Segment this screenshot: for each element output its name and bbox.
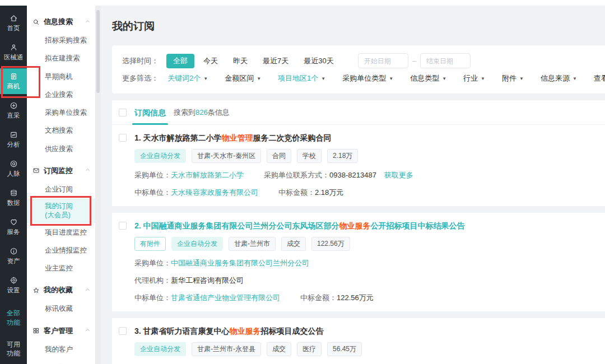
item-checkbox[interactable] — [119, 134, 127, 142]
item-title-link[interactable]: 2. 中国融通商业服务集团有限公司兰州分公司东风场区部分物业服务公开招标项目中标… — [134, 220, 598, 231]
filter-dropdowns: 关键词2个▼金额区间▼项目地区1个▼采购单位类型▼信息类型▼行业▼附件▼信息来源… — [167, 73, 605, 83]
filter-dropdown[interactable]: 项目地区1个▼ — [278, 73, 325, 83]
nav-item[interactable]: 我的客户 — [27, 340, 95, 358]
nav-item[interactable]: 采购单位搜索 — [27, 104, 95, 122]
dropdown-arrow-icon: ▼ — [519, 76, 524, 81]
entity-link[interactable]: 甘肃省通信产业物业管理有限公司 — [171, 293, 280, 302]
filter-dropdown[interactable]: 关键词2个▼ — [167, 73, 208, 83]
time-option[interactable]: 昨天 — [233, 56, 248, 66]
end-date-input[interactable] — [420, 53, 471, 68]
sidebar-item-direct-procure[interactable]: 直采 — [0, 97, 27, 123]
nav-item[interactable]: 供应搜索 — [27, 140, 95, 158]
time-filter-label: 选择时间： — [122, 56, 159, 66]
detail-label: 中标单位： — [134, 293, 171, 302]
tag-auto-dispatch: 企业自动分发 — [134, 342, 186, 356]
filter-dropdown[interactable]: 采购单位类型▼ — [342, 73, 393, 83]
nav-item[interactable]: 招标采购搜索 — [27, 31, 95, 49]
nav-item[interactable]: 企业情报监控 — [27, 241, 95, 259]
detail-row: 中标单位：甘肃省通信产业物业管理有限公司中标金额：122.56万元 — [134, 292, 598, 303]
nav-item[interactable]: 项目进度监控 — [27, 223, 95, 241]
nav-item-label: 招标采购搜索 — [45, 36, 93, 45]
list-block: 2. 中国融通商业服务集团有限公司兰州分公司东风场区部分物业服务公开招标项目中标… — [112, 213, 605, 311]
entity-link[interactable]: 中国融通商业服务集团有限公司兰州分公司 — [171, 259, 309, 267]
filter-dropdown-label: 信息类型 — [410, 74, 439, 82]
nav-item-sublabel: (大会员) — [45, 211, 93, 220]
collapse-toggle[interactable] — [85, 18, 91, 26]
detail-label: 采购单位联系方式： — [264, 171, 329, 179]
time-option[interactable]: 最近7天 — [263, 56, 288, 66]
filter-dropdown[interactable]: 查看状态▼ — [594, 73, 605, 83]
nav-section-header[interactable]: 信息搜索 — [27, 12, 95, 31]
get-more-link[interactable]: 获取更多 — [384, 170, 413, 180]
nav-item[interactable]: 已认领项目 — [27, 358, 95, 364]
sidebar-scrollbar-thumb[interactable] — [96, 10, 100, 93]
dark-sidebar-footer: 全部功能可用功能 — [0, 305, 27, 364]
filter-dropdown-label: 项目地区1个 — [278, 74, 318, 82]
nav-item[interactable]: 拟在建搜索 — [27, 49, 95, 67]
nav-section: 订阅监控企业订阅我的订阅(大会员)项目进度监控企业情报监控业主监控 — [27, 161, 95, 278]
subscription-list: 订阅信息 搜索到826条信息 1. 天水市解放路第二小学物业管理服务二次竞价采购… — [112, 100, 605, 364]
nav-item[interactable]: 标讯收藏 — [27, 300, 95, 318]
detail-pair: 中标金额：122.56万元 — [300, 292, 374, 303]
collapse-toggle[interactable] — [85, 166, 91, 175]
collapse-toggle[interactable] — [85, 326, 91, 335]
tag-info: 122.56万 — [311, 237, 350, 251]
collapse-toggle[interactable] — [85, 286, 91, 295]
sidebar-scrollbar-track[interactable] — [95, 6, 101, 364]
filter-dropdown[interactable]: 信息来源▼ — [541, 73, 577, 83]
time-option[interactable]: 最近30天 — [304, 56, 333, 66]
sidebar-item-settings[interactable]: 设置 — [0, 272, 27, 298]
sidebar-item-home[interactable]: 首页 — [0, 10, 27, 36]
nav-section-header[interactable]: 客户管理 — [27, 321, 95, 340]
item-title-link[interactable]: 1. 天水市解放路第二小学物业管理服务二次竞价采购合同 — [134, 132, 598, 143]
sidebar-item-asset[interactable]: 资产 — [0, 243, 27, 269]
time-option[interactable]: 全部 — [166, 54, 194, 68]
sidebar-item-business[interactable]: 商机 — [0, 68, 27, 94]
sidebar-footer-available-functions[interactable]: 可用功能 — [0, 336, 27, 363]
chevron-up-icon — [85, 287, 91, 293]
sidebar-item-label: 服务 — [7, 228, 20, 236]
filter-dropdown-label: 金额区间 — [225, 74, 254, 82]
title-text: 1. 天水市解放路第二小学 — [134, 133, 222, 142]
sidebar-item-medical[interactable]: 医械通 — [0, 39, 27, 65]
nav-item[interactable]: 文档搜索 — [27, 122, 95, 139]
nav-item[interactable]: 业主监控 — [27, 259, 95, 277]
sidebar-item-analysis[interactable]: 分析 — [0, 127, 27, 152]
tags-row: 有附件企业自动分发甘肃-兰州市成交122.56万 — [134, 237, 598, 251]
nav-item[interactable]: 企业订阅 — [27, 180, 95, 198]
detail-pair: 代理机构：新华工程咨询有限公司 — [134, 275, 244, 286]
sidebar-item-service[interactable]: 服务 — [0, 214, 27, 240]
sidebar-footer-all-functions[interactable]: 全部功能 — [0, 305, 27, 332]
select-all-checkbox[interactable] — [119, 109, 127, 116]
sidebar-item-network[interactable]: 人脉 — [0, 156, 27, 181]
detail-pair: 采购单位：中国融通商业服务集团有限公司兰州分公司 — [134, 258, 309, 268]
detail-value: 0938-8213487 — [329, 171, 376, 179]
time-option[interactable]: 今天 — [203, 56, 218, 66]
start-date-input[interactable] — [358, 53, 408, 68]
filter-dropdown[interactable]: 行业▼ — [463, 73, 485, 83]
detail-pair: 采购单位：天水市解放路第二小学 — [134, 170, 244, 180]
entity-link[interactable]: 天水臻容家政服务有限公司 — [171, 188, 258, 197]
sidebar-item-data[interactable]: 数据 — [0, 185, 27, 211]
dropdown-arrow-icon: ▼ — [389, 76, 393, 81]
item-checkbox[interactable] — [119, 222, 127, 230]
nav-section-header[interactable]: 订阅监控 — [27, 161, 95, 180]
item-title-link[interactable]: 3. 甘肃省听力语言康复中心物业服务招标项目成交公告 — [134, 325, 598, 337]
nav-section-header[interactable]: 我的收藏 — [27, 281, 95, 300]
sidebar-item-label: 分析 — [7, 141, 20, 149]
home-icon — [10, 14, 18, 22]
filter-panel: 选择时间： 全部今天昨天最近7天最近30天 – 更多筛选： 关键词2个▼金额区间… — [112, 45, 605, 94]
tab-subscription-info[interactable]: 订阅信息 — [134, 100, 166, 125]
entity-link[interactable]: 天水市解放路第二小学 — [171, 171, 244, 179]
title-text: 3. 甘肃省听力语言康复中心 — [134, 326, 230, 335]
detail-label: 代理机构： — [134, 276, 171, 284]
filter-dropdown[interactable]: 信息类型▼ — [410, 73, 446, 83]
filter-dropdown[interactable]: 附件▼ — [502, 73, 524, 83]
item-checkbox[interactable] — [119, 327, 127, 335]
star-icon — [32, 287, 40, 294]
detail-label: 采购单位： — [134, 171, 171, 179]
nav-item[interactable]: 我的订阅(大会员) — [27, 198, 95, 223]
nav-item[interactable]: 早期商机 — [27, 68, 95, 86]
nav-item[interactable]: 企业搜索 — [27, 86, 95, 104]
filter-dropdown[interactable]: 金额区间▼ — [225, 73, 261, 83]
